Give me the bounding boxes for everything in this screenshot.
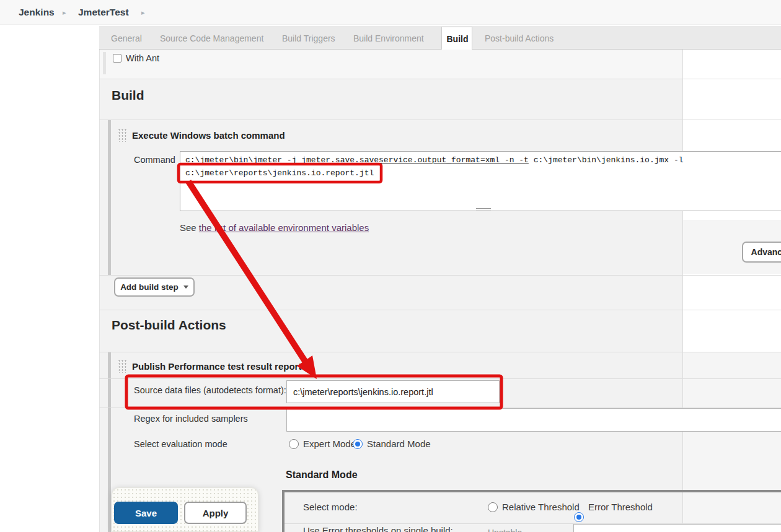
divider [99,275,781,276]
with-ant-checkbox[interactable] [113,54,121,63]
apply-button-label: Apply [203,508,229,518]
env-hint-prefix: See [180,222,199,233]
env-hint: See the list of available environment va… [180,222,369,233]
error-threshold-label: Error Threshold [588,502,653,512]
post-build-step-drag-bar[interactable] [108,352,111,532]
add-build-step-button[interactable]: Add build step [114,277,195,297]
breadcrumb-jenkins[interactable]: Jenkins [19,7,55,18]
command-line1-underlined: c:\jmeter\bin\jmeter -j jmeter.save.save… [185,155,529,165]
with-ant-row [100,50,682,79]
divider [99,378,781,379]
jenkins-config-page: Jenkins ▸ JmeterTest ▸ General Source Co… [0,0,781,532]
select-mode-label: Select mode: [303,502,358,512]
build-step-title: Execute Windows batch command [132,130,285,141]
source-files-input[interactable]: c:\jmeter\reports\jenkins.io.report.jtl [286,380,500,403]
relative-threshold-label: Relative Threshold [502,502,580,512]
advanced-button[interactable]: Advanced [742,242,781,263]
unstable-threshold-input[interactable] [573,524,781,532]
expert-mode-label: Expert Mode [303,438,356,449]
command-line1-rest: c:\jmeter\bin\jenkins.io.jmx -l [529,155,684,165]
tab-build-environment[interactable]: Build Environment [353,33,424,43]
save-button-label: Save [135,508,157,518]
post-build-section-heading: Post-build Actions [112,318,226,333]
drag-grip-icon[interactable] [118,128,126,142]
column-divider [682,50,683,532]
breadcrumb: Jenkins ▸ JmeterTest ▸ [0,0,781,25]
regex-samplers-input[interactable] [286,408,781,432]
standard-mode-radio[interactable] [353,439,363,449]
build-section-heading: Build [112,88,144,103]
build-step-drag-bar[interactable] [108,120,111,275]
tab-source-code-management[interactable]: Source Code Management [160,33,263,43]
command-line2: c:\jmeter\reports\jenkins.io.report.jtl [185,168,374,178]
tab-build-label: Build [442,34,473,44]
right-column-row [683,432,781,532]
divider [99,310,781,310]
post-build-step-title: Publish Performance test result report [132,361,301,372]
unstable-label: Unstable [488,528,522,532]
advanced-button-label: Advanced [751,247,781,257]
standard-mode-heading: Standard Mode [286,469,358,481]
right-column-row [683,352,781,408]
source-files-label: Source data files (autodetects format): [134,385,286,395]
relative-threshold-radio[interactable] [488,502,498,512]
breadcrumb-chevron-icon: ▸ [63,9,66,17]
standard-mode-box-border [282,490,285,532]
chevron-down-icon [183,286,188,289]
tab-build-triggers[interactable]: Build Triggers [282,33,335,43]
divider [99,79,781,79]
error-threshold-radio[interactable] [574,512,584,522]
breadcrumb-chevron-icon: ▸ [141,9,145,17]
tab-general[interactable]: General [111,33,142,43]
divider [99,352,781,352]
with-ant-label: With Ant [126,53,159,63]
add-build-step-label: Add build step [120,282,179,292]
indent-strip [103,52,106,74]
tab-post-build-actions[interactable]: Post-build Actions [485,33,554,43]
save-button[interactable]: Save [114,502,178,524]
standard-mode-label: Standard Mode [367,438,431,449]
textarea-resize-handle[interactable] [476,208,491,211]
breadcrumb-jmetertest[interactable]: JmeterTest [78,7,129,18]
command-label: Command [134,155,175,165]
command-textarea[interactable]: c:\jmeter\bin\jmeter -j jmeter.save.save… [180,151,781,211]
env-variables-link[interactable]: the list of available environment variab… [199,222,369,233]
regex-samplers-label: Regex for included samplers [134,414,248,424]
apply-button[interactable]: Apply [184,502,247,524]
standard-mode-box-border [282,490,781,492]
expert-mode-radio[interactable] [289,439,299,449]
evaluation-mode-label: Select evaluation mode [134,439,227,449]
divider [99,120,781,120]
single-build-thresholds-label: Use Error thresholds on single build: [303,525,453,532]
source-files-value: c:\jmeter\reports\jenkins.io.report.jtl [293,387,433,397]
drag-grip-icon[interactable] [118,359,126,373]
